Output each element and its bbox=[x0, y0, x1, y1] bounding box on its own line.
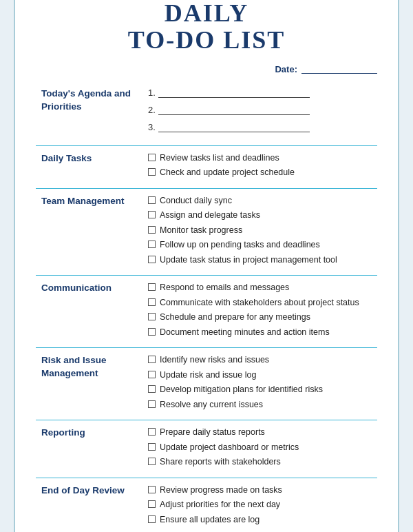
list-item-text: Develop mitigation plans for identified … bbox=[160, 384, 323, 396]
checkbox[interactable] bbox=[148, 328, 156, 336]
list-item-text: Review progress made on tasks bbox=[160, 484, 282, 497]
section-row-agenda: Today's Agenda andPriorities1.2.3. bbox=[36, 81, 377, 146]
date-row: Date: bbox=[36, 64, 377, 74]
list-item: Review tasks list and deadlines bbox=[148, 152, 372, 165]
section-row-daily-tasks: Daily TasksReview tasks list and deadlin… bbox=[36, 145, 377, 188]
checkbox[interactable] bbox=[148, 256, 156, 263]
checkbox[interactable] bbox=[148, 385, 156, 393]
list-item: Follow up on pending tasks and deadlines bbox=[148, 239, 372, 252]
checkbox[interactable] bbox=[148, 400, 156, 408]
checkbox[interactable] bbox=[148, 241, 156, 248]
list-item: Document meeting minutes and action item… bbox=[148, 327, 372, 339]
list-item: Develop mitigation plans for identified … bbox=[148, 384, 372, 396]
list-item: Ensure all updates are log bbox=[148, 514, 372, 526]
sections-table: Today's Agenda andPriorities1.2.3.Daily … bbox=[36, 81, 377, 532]
agenda-item-3: 3. bbox=[148, 122, 372, 132]
list-item: Assign and delegate tasks bbox=[148, 209, 372, 222]
list-item-text: Update risk and issue log bbox=[160, 369, 256, 382]
checklist-risk-issue: Identify new risks and issuesUpdate risk… bbox=[148, 354, 372, 411]
list-item-text: Update project dashboard or metrics bbox=[160, 442, 299, 454]
checkbox[interactable] bbox=[148, 283, 156, 291]
list-item: Respond to emails and messages bbox=[148, 282, 372, 294]
checklist-team-management: Conduct daily syncAssign and delegate ta… bbox=[148, 195, 372, 267]
list-item: Resolve any current issues bbox=[148, 399, 372, 411]
checkbox[interactable] bbox=[148, 443, 156, 451]
section-label-risk-issue: Risk and IssueManagement bbox=[36, 348, 142, 420]
section-content-agenda: 1.2.3. bbox=[142, 81, 377, 146]
checkbox[interactable] bbox=[148, 226, 156, 234]
list-item: Check and update project schedule bbox=[148, 167, 372, 179]
list-item: Update risk and issue log bbox=[148, 369, 372, 382]
list-item: Communicate with stakeholders about proj… bbox=[148, 297, 372, 309]
agenda-list: 1.2.3. bbox=[148, 88, 372, 132]
checkbox[interactable] bbox=[148, 313, 156, 320]
list-item-text: Conduct daily sync bbox=[160, 195, 232, 207]
section-content-risk-issue: Identify new risks and issuesUpdate risk… bbox=[142, 348, 377, 420]
section-row-communication: CommunicationRespond to emails and messa… bbox=[36, 276, 377, 348]
title-block: DAILY TO-DO LIST bbox=[36, 0, 377, 54]
list-item-text: Resolve any current issues bbox=[160, 399, 263, 411]
section-label-daily-tasks: Daily Tasks bbox=[36, 145, 142, 188]
list-item-text: Communicate with stakeholders about proj… bbox=[160, 297, 359, 309]
list-item: Share reports with stakeholders bbox=[148, 456, 372, 469]
list-item: Conduct daily sync bbox=[148, 195, 372, 207]
section-row-reporting: ReportingPrepare daily status reportsUpd… bbox=[36, 420, 377, 478]
list-item: Review progress made on tasks bbox=[148, 484, 372, 497]
checklist-end-of-day: Review progress made on tasksAdjust prio… bbox=[148, 484, 372, 526]
list-item-text: Update task status in project management… bbox=[160, 254, 337, 267]
list-item: Adjust priorities for the next day bbox=[148, 499, 372, 511]
section-label-team-management: Team Management bbox=[36, 188, 142, 276]
agenda-item-1: 1. bbox=[148, 88, 372, 98]
checkbox[interactable] bbox=[148, 211, 156, 218]
section-content-team-management: Conduct daily syncAssign and delegate ta… bbox=[142, 188, 377, 276]
list-item: Monitor task progress bbox=[148, 225, 372, 237]
section-content-daily-tasks: Review tasks list and deadlinesCheck and… bbox=[142, 145, 377, 188]
list-item-text: Identify new risks and issues bbox=[160, 354, 269, 367]
checklist-reporting: Prepare daily status reportsUpdate proje… bbox=[148, 427, 372, 469]
list-item: Prepare daily status reports bbox=[148, 427, 372, 439]
list-item-text: Prepare daily status reports bbox=[160, 427, 265, 439]
list-item-text: Check and update project schedule bbox=[160, 167, 295, 179]
section-row-end-of-day: End of Day ReviewReview progress made on… bbox=[36, 478, 377, 532]
date-label: Date: bbox=[275, 64, 297, 74]
checkbox[interactable] bbox=[148, 428, 156, 436]
page: DAILY TO-DO LIST Date: Today's Agenda an… bbox=[14, 0, 399, 532]
list-item-text: Review tasks list and deadlines bbox=[160, 152, 279, 165]
section-content-communication: Respond to emails and messagesCommunicat… bbox=[142, 276, 377, 348]
list-item-text: Monitor task progress bbox=[160, 225, 242, 237]
list-item-text: Schedule and prepare for any meetings bbox=[160, 311, 310, 324]
list-item: Update task status in project management… bbox=[148, 254, 372, 267]
checkbox[interactable] bbox=[148, 196, 156, 204]
list-item-text: Assign and delegate tasks bbox=[160, 209, 260, 222]
section-label-end-of-day: End of Day Review bbox=[36, 478, 142, 532]
checkbox[interactable] bbox=[148, 168, 156, 176]
agenda-item-2: 2. bbox=[148, 105, 372, 115]
list-item: Update project dashboard or metrics bbox=[148, 442, 372, 454]
section-content-end-of-day: Review progress made on tasksAdjust prio… bbox=[142, 478, 377, 532]
list-item-text: Respond to emails and messages bbox=[160, 282, 289, 294]
checkbox[interactable] bbox=[148, 500, 156, 508]
list-item-text: Share reports with stakeholders bbox=[160, 456, 281, 469]
list-item-text: Document meeting minutes and action item… bbox=[160, 327, 330, 339]
checkbox[interactable] bbox=[148, 458, 156, 465]
checkbox[interactable] bbox=[148, 154, 156, 161]
section-label-reporting: Reporting bbox=[36, 420, 142, 478]
checkbox[interactable] bbox=[148, 371, 156, 378]
list-item: Identify new risks and issues bbox=[148, 354, 372, 367]
date-input-line bbox=[301, 64, 377, 74]
list-item-text: Follow up on pending tasks and deadlines bbox=[160, 239, 320, 252]
checkbox[interactable] bbox=[148, 486, 156, 493]
page-title: DAILY TO-DO LIST bbox=[36, 0, 377, 54]
checklist-daily-tasks: Review tasks list and deadlinesCheck and… bbox=[148, 152, 372, 179]
checkbox[interactable] bbox=[148, 515, 156, 523]
list-item-text: Adjust priorities for the next day bbox=[160, 499, 280, 511]
checkbox[interactable] bbox=[148, 356, 156, 363]
list-item-text: Ensure all updates are log bbox=[160, 514, 260, 526]
section-row-risk-issue: Risk and IssueManagementIdentify new ris… bbox=[36, 348, 377, 420]
section-content-reporting: Prepare daily status reportsUpdate proje… bbox=[142, 420, 377, 478]
checkbox[interactable] bbox=[148, 298, 156, 306]
checklist-communication: Respond to emails and messagesCommunicat… bbox=[148, 282, 372, 338]
list-item: Schedule and prepare for any meetings bbox=[148, 311, 372, 324]
section-label-communication: Communication bbox=[36, 276, 142, 348]
section-label-agenda: Today's Agenda andPriorities bbox=[36, 81, 142, 146]
